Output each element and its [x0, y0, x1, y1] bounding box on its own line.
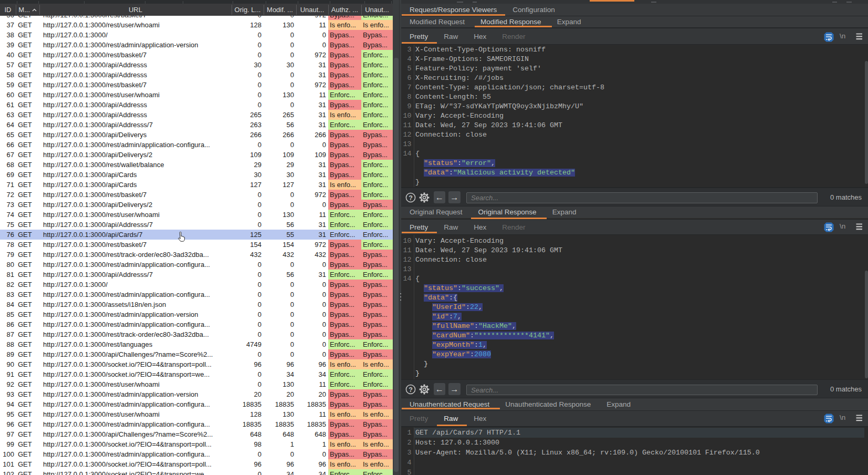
svg-text:?: ?	[409, 386, 413, 394]
svg-text:?: ?	[409, 194, 413, 201]
